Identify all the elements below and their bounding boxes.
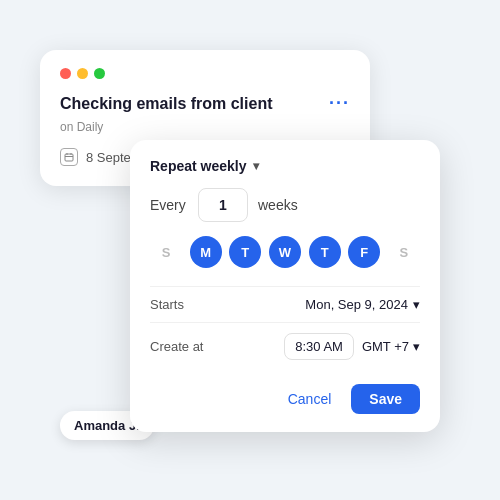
starts-value-group[interactable]: Mon, Sep 9, 2024 ▾ — [305, 297, 420, 312]
cancel-button[interactable]: Cancel — [278, 385, 342, 413]
svg-rect-0 — [65, 154, 73, 161]
dot-yellow — [77, 68, 88, 79]
day-tuesday[interactable]: T — [229, 236, 261, 268]
day-thursday[interactable]: T — [309, 236, 341, 268]
every-label: Every — [150, 197, 188, 213]
timezone-box[interactable]: GMT +7 ▾ — [362, 339, 420, 354]
starts-value: Mon, Sep 9, 2024 — [305, 297, 408, 312]
every-row: Every weeks — [150, 188, 420, 222]
window-dots — [60, 68, 350, 79]
tz-chevron-icon: ▾ — [413, 339, 420, 354]
day-sunday[interactable]: S — [150, 236, 182, 268]
dot-green — [94, 68, 105, 79]
time-group: 8:30 AM GMT +7 ▾ — [284, 333, 420, 360]
day-friday[interactable]: F — [348, 236, 380, 268]
card-title: Checking emails from client ··· — [60, 93, 350, 114]
starts-label: Starts — [150, 297, 184, 312]
starts-row: Starts Mon, Sep 9, 2024 ▾ — [150, 286, 420, 322]
create-row: Create at 8:30 AM GMT +7 ▾ — [150, 322, 420, 370]
weeks-label: weeks — [258, 197, 298, 213]
every-input[interactable] — [198, 188, 248, 222]
days-row: S M T W T F S — [150, 236, 420, 268]
action-row: Cancel Save — [150, 384, 420, 414]
time-value: 8:30 AM — [295, 339, 343, 354]
repeat-header[interactable]: Repeat weekly ▾ — [150, 158, 420, 174]
calendar-icon — [60, 148, 78, 166]
card-title-text: Checking emails from client — [60, 95, 273, 113]
create-label: Create at — [150, 339, 203, 354]
time-box[interactable]: 8:30 AM — [284, 333, 354, 360]
save-button[interactable]: Save — [351, 384, 420, 414]
more-options-icon[interactable]: ··· — [329, 93, 350, 114]
starts-chevron-icon: ▾ — [413, 297, 420, 312]
day-wednesday[interactable]: W — [269, 236, 301, 268]
card-subtitle: on Daily — [60, 120, 350, 134]
timezone-value: GMT +7 — [362, 339, 409, 354]
repeat-label: Repeat weekly — [150, 158, 247, 174]
day-monday[interactable]: M — [190, 236, 222, 268]
repeat-modal: Repeat weekly ▾ Every weeks S M T W T F … — [130, 140, 440, 432]
day-saturday[interactable]: S — [388, 236, 420, 268]
dot-red — [60, 68, 71, 79]
chevron-down-icon: ▾ — [253, 159, 259, 173]
